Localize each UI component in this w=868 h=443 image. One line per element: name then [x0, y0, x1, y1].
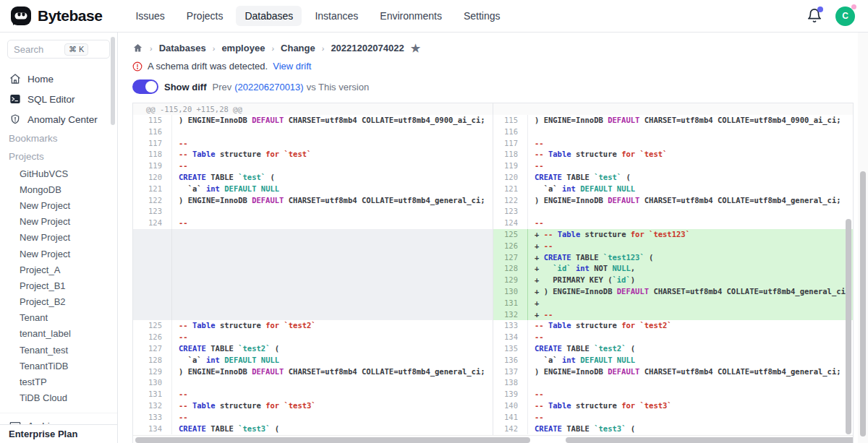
- breadcrumb-item[interactable]: employee: [221, 43, 265, 53]
- nav-item-projects[interactable]: Projects: [178, 6, 232, 26]
- sidebar-item-archive[interactable]: Archive: [0, 416, 117, 424]
- code-text: --: [528, 160, 853, 172]
- diff-pane-vertical-scrollbar[interactable]: [846, 219, 851, 434]
- notifications-button[interactable]: [807, 8, 822, 24]
- project-item[interactable]: TiDB Cloud: [0, 390, 117, 406]
- project-item[interactable]: New Project: [0, 214, 117, 230]
- prev-version-link[interactable]: (202206270013): [234, 82, 303, 93]
- code-text: --: [172, 389, 493, 400]
- project-item[interactable]: New Project: [0, 230, 117, 246]
- user-avatar[interactable]: C: [835, 7, 855, 26]
- show-diff-toggle[interactable]: [132, 79, 158, 94]
- project-item[interactable]: New Project: [0, 246, 117, 262]
- code-text: -- Table structure for `test2`: [172, 320, 493, 332]
- diff-line: 134CREATE TABLE `test3` (: [133, 423, 493, 435]
- code-text: CREATE TABLE `test3` (: [528, 423, 853, 435]
- top-nav: Bytebase IssuesProjectsDatabasesInstance…: [0, 0, 868, 33]
- sidebar-item-anomaly-center[interactable]: Anomaly Center: [0, 109, 117, 129]
- diff-line: 119--: [133, 160, 493, 172]
- favorite-star-icon[interactable]: ★: [411, 43, 420, 53]
- sidebar-nav: HomeSQL EditorAnomaly Center: [0, 69, 117, 129]
- code-text: --: [528, 138, 853, 150]
- code-text: CREATE TABLE `test3` (: [172, 423, 493, 435]
- code-text: --: [528, 332, 853, 343]
- breadcrumb-item[interactable]: 20221202074022: [331, 43, 404, 53]
- diff-horizontal-scrollbar-right[interactable]: [566, 437, 854, 443]
- diff-line: 123: [133, 206, 493, 218]
- notification-badge: [817, 7, 823, 12]
- diff-line: 125-- Table structure for `test2`: [133, 320, 493, 332]
- nav-item-environments[interactable]: Environments: [371, 6, 451, 26]
- diff-line: 133-- Table structure for `test2`: [493, 320, 853, 332]
- diff-line: 122) ENGINE=InnoDB DEFAULT CHARSET=utf8m…: [133, 195, 493, 207]
- line-number: 134: [493, 332, 528, 343]
- plan-badge: Enterprise Plan: [0, 424, 117, 443]
- sidebar-item-home[interactable]: Home: [0, 69, 117, 89]
- bytebase-logo[interactable]: Bytebase: [10, 5, 102, 27]
- project-item[interactable]: Project_A: [0, 262, 117, 278]
- line-number: 124: [133, 218, 172, 229]
- sql-editor-icon: [9, 93, 21, 106]
- line-number: 130: [493, 286, 528, 298]
- line-number: 128: [133, 355, 172, 366]
- line-number: 133: [493, 320, 528, 332]
- diff-line: 138: [493, 377, 853, 389]
- nav-item-instances[interactable]: Instances: [306, 6, 367, 26]
- line-number: 129: [493, 275, 528, 286]
- code-text: `a` int DEFAULT NULL: [172, 184, 493, 195]
- view-drift-link[interactable]: View drift: [273, 61, 311, 72]
- sidebar-item-sql-editor[interactable]: SQL Editor: [0, 89, 117, 109]
- code-text: ) ENGINE=InnoDB DEFAULT CHARSET=utf8mb4 …: [528, 195, 853, 207]
- code-text: -- Table structure for `test`: [172, 149, 493, 160]
- code-text: --: [172, 332, 493, 343]
- nav-item-issues[interactable]: Issues: [127, 6, 173, 26]
- breadcrumb: ›Databases›employee›Change›2022120207402…: [132, 43, 854, 53]
- diff-line: 120CREATE TABLE `test` (: [493, 172, 853, 184]
- project-item[interactable]: Tenant_test: [0, 342, 117, 358]
- project-item[interactable]: New Project: [0, 197, 117, 213]
- project-item[interactable]: MongoDB: [0, 181, 117, 197]
- project-item[interactable]: Project_B1: [0, 278, 117, 293]
- diff-horizontal-scrollbar-left[interactable]: [135, 437, 530, 443]
- line-number: 116: [133, 126, 172, 138]
- diff-line: 124--: [133, 218, 493, 229]
- project-item[interactable]: tenant_label: [0, 326, 117, 342]
- code-text: -- Table structure for `test3`: [528, 400, 853, 412]
- code-text: CREATE TABLE `test` (: [528, 172, 853, 184]
- code-text: -- Table structure for `test2`: [528, 320, 853, 332]
- diff-line: 118-- Table structure for `test`: [493, 149, 853, 160]
- search-input[interactable]: [14, 44, 64, 55]
- diff-line: 127CREATE TABLE `test2` (: [133, 343, 493, 355]
- diff-line: 131--: [133, 389, 493, 400]
- project-item[interactable]: testTP: [0, 374, 117, 390]
- nav-item-databases[interactable]: Databases: [236, 6, 302, 26]
- project-item[interactable]: Project_B2: [0, 294, 117, 310]
- nav-item-settings[interactable]: Settings: [455, 6, 509, 26]
- schema-drift-alert: A schema drift was detected. View drift: [132, 61, 854, 72]
- sidebar-scrollbar[interactable]: [111, 37, 115, 125]
- search-input-wrap: ⌘ K: [7, 40, 110, 59]
- line-number: 120: [133, 172, 172, 184]
- project-item[interactable]: TenantTiDB: [0, 358, 117, 374]
- project-item[interactable]: GitHubVCS: [0, 165, 117, 181]
- line-number: 140: [493, 400, 528, 412]
- code-text: + PRIMARY KEY (`id`): [528, 275, 853, 286]
- avatar-status-dot: [851, 4, 856, 9]
- diff-line-added: 128+ `id` int NOT NULL,: [493, 263, 853, 275]
- breadcrumb-home-icon[interactable]: [132, 43, 143, 53]
- line-number: 125: [493, 229, 528, 241]
- page-scrollbar-thumb[interactable]: [860, 171, 866, 436]
- code-text: --: [172, 412, 493, 423]
- sidebar-item-label: Home: [27, 74, 54, 85]
- line-number: 138: [493, 377, 528, 389]
- breadcrumb-item[interactable]: Databases: [159, 43, 206, 53]
- line-number: 131: [133, 389, 172, 400]
- project-item[interactable]: Tenant: [0, 310, 117, 326]
- code-text: + --: [528, 309, 853, 321]
- diff-horizontal-scrollbar-track: [133, 435, 853, 443]
- breadcrumb-item[interactable]: Change: [281, 43, 315, 53]
- main-content: ›Databases›employee›Change›2022120207402…: [118, 33, 868, 443]
- diff-line: 134--: [493, 332, 853, 343]
- code-text: -- Table structure for `test3`: [172, 400, 493, 412]
- diff-line: 141--: [493, 412, 853, 423]
